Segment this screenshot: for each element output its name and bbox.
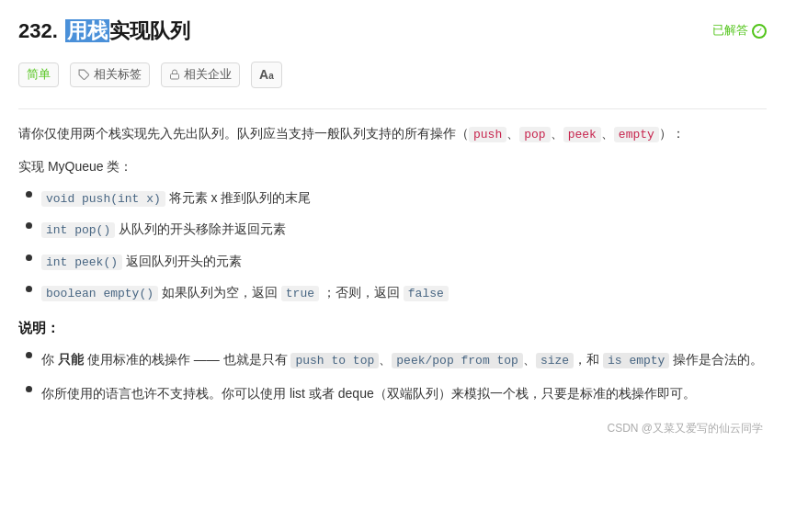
note-1: 你 只能 使用标准的栈操作 —— 也就是只有 push to top、peek/… (18, 348, 767, 371)
solved-label: 已解答 (712, 21, 748, 40)
note-2: 你所使用的语言也许不支持栈。你可以使用 list 或者 deque（双端队列）来… (18, 382, 767, 405)
method-empty-content: boolean empty() 如果队列为空，返回 true ；否则，返回 fa… (41, 282, 449, 304)
problem-number: 232. (18, 15, 58, 47)
method-pop-content: int pop() 从队列的开头移除并返回元素 (41, 219, 286, 241)
divider (18, 108, 767, 109)
tag-icon (78, 69, 90, 81)
implement-label: 实现 MyQueue 类： (18, 156, 767, 176)
description: 请你仅使用两个栈实现先入先出队列。队列应当支持一般队列支持的所有操作（push、… (18, 122, 767, 145)
title-left: 232. 用栈实现队列 (18, 15, 190, 47)
solved-badge: 已解答 ✓ (712, 21, 767, 40)
notes-list: 你 只能 使用标准的栈操作 —— 也就是只有 push to top、peek/… (18, 348, 767, 406)
watermark: CSDN @又菜又爱写的仙云同学 (18, 420, 767, 437)
bullet-dot-4 (26, 286, 32, 292)
title-bar: 232. 用栈实现队列 已解答 ✓ (18, 15, 767, 47)
method-empty: boolean empty() 如果队列为空，返回 true ；否则，返回 fa… (18, 282, 767, 304)
font-icon: Aa (259, 64, 274, 85)
title-highlight: 用栈 (65, 19, 109, 42)
tag-related-companies[interactable]: 相关企业 (161, 62, 240, 87)
svg-rect-1 (171, 74, 179, 80)
method-pop: int pop() 从队列的开头移除并返回元素 (18, 219, 767, 241)
tag-font[interactable]: Aa (251, 62, 282, 87)
bullet-dot-3 (26, 255, 32, 261)
solved-icon: ✓ (752, 24, 767, 39)
tag-related-tags[interactable]: 相关标签 (70, 62, 150, 87)
tag-related-tags-label: 相关标签 (94, 65, 142, 85)
method-push-content: void push(int x) 将元素 x 推到队列的末尾 (41, 187, 312, 209)
bullet-dot-6 (26, 386, 32, 392)
bullet-dot-2 (26, 222, 32, 229)
notes-title: 说明： (18, 317, 767, 339)
bullet-dot-5 (26, 352, 32, 358)
bullet-dot (26, 191, 32, 198)
methods-list: void push(int x) 将元素 x 推到队列的末尾 int pop()… (18, 187, 767, 303)
tag-related-companies-label: 相关企业 (184, 65, 232, 85)
method-peek-content: int peek() 返回队列开头的元素 (41, 251, 242, 273)
problem-title: 用栈实现队列 (65, 15, 190, 47)
tag-difficulty[interactable]: 简单 (18, 62, 59, 87)
method-peek: int peek() 返回队列开头的元素 (18, 251, 767, 273)
page-container: 232. 用栈实现队列 已解答 ✓ 简单 相关标签 相关企业 (0, 0, 785, 453)
note-2-content: 你所使用的语言也许不支持栈。你可以使用 list 或者 deque（双端队列）来… (41, 382, 696, 405)
lock-icon (169, 69, 180, 80)
method-push: void push(int x) 将元素 x 推到队列的末尾 (18, 187, 767, 209)
note-1-content: 你 只能 使用标准的栈操作 —— 也就是只有 push to top、peek/… (41, 348, 763, 371)
tags-bar: 简单 相关标签 相关企业 Aa (18, 56, 767, 93)
